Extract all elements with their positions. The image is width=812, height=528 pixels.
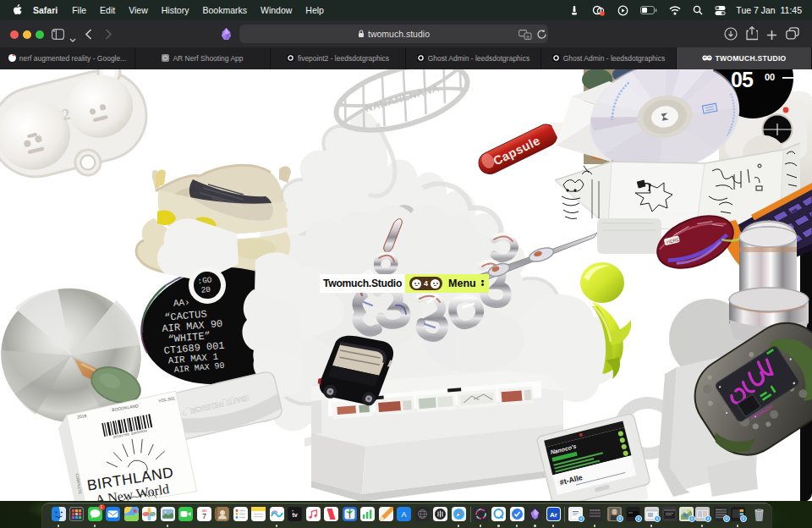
svg-text:7: 7 <box>201 512 206 520</box>
svg-text:AA›: AA› <box>173 297 190 309</box>
svg-text:20: 20 <box>200 285 211 295</box>
svg-text:A: A <box>401 510 406 519</box>
svg-text:00: 00 <box>765 72 775 82</box>
svg-text:05: 05 <box>731 69 754 91</box>
svg-text::GO: :GO <box>197 275 212 286</box>
svg-text:NANANENANA: NANANENANA <box>364 82 441 115</box>
svg-text:Ar: Ar <box>550 511 557 519</box>
svg-text:tv: tv <box>292 512 297 518</box>
